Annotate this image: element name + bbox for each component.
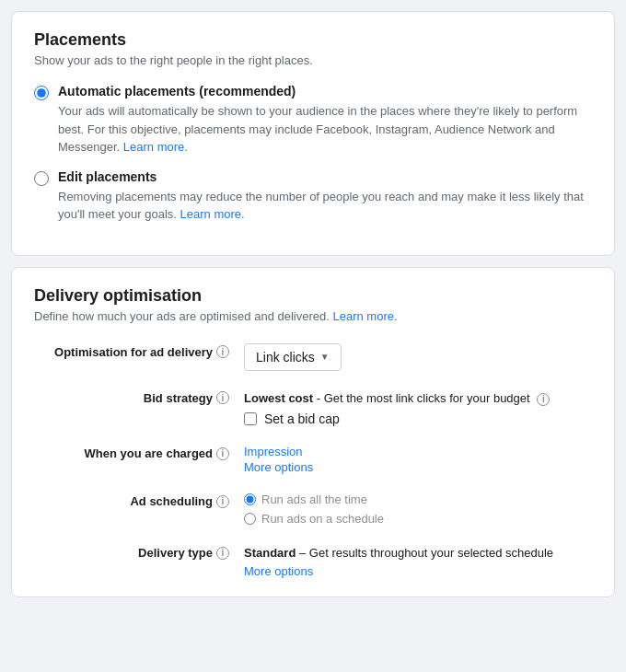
delivery-title: Delivery optimisation [34,286,592,306]
placements-card: Placements Show your ads to the right pe… [11,11,615,256]
bid-strategy-desc-info-icon[interactable]: i [537,393,550,406]
edit-placement-content: Edit placements Removing placements may … [58,169,592,224]
automatic-placement-desc: Your ads will automatically be shown to … [58,102,592,156]
optimisation-dropdown[interactable]: Link clicks ▼ [244,343,342,371]
bid-cap-label: Set a bid cap [264,411,340,426]
radio-schedule-col: Run ads all the time Run ads on a schedu… [244,489,592,526]
delivery-type-text: Standard – Get results throughout your s… [244,544,592,563]
impression-link[interactable]: Impression [244,445,592,458]
edit-placement-row: Edit placements Removing placements may … [34,169,592,224]
automatic-placement-radio[interactable] [34,86,49,100]
run-all-time-radio[interactable] [244,493,256,505]
delivery-subtitle: Define how much your ads are optimised a… [34,309,592,323]
run-all-time-label: Run ads all the time [261,492,367,506]
ad-scheduling-info-icon[interactable]: i [216,495,229,508]
delivery-type-more-options-link[interactable]: More options [244,564,313,578]
ad-scheduling-label: Ad scheduling i [34,489,237,508]
run-all-time-option[interactable]: Run ads all the time [244,492,592,506]
optimisation-info-icon[interactable]: i [216,345,229,358]
automatic-placement-label: Automatic placements (recommended) [58,84,592,98]
automatic-placement-content: Automatic placements (recommended) Your … [58,84,592,156]
bid-strategy-text: Lowest cost - Get the most link clicks f… [244,389,592,409]
placements-title: Placements [34,30,592,50]
when-charged-info-icon[interactable]: i [216,447,229,460]
dropdown-arrow-icon: ▼ [320,352,330,362]
delivery-type-info-icon[interactable]: i [216,547,229,560]
edit-placement-label: Edit placements [58,169,592,184]
when-charged-col: Impression More options [244,441,592,474]
when-charged-label: When you are charged i [34,441,237,460]
delivery-learn-more-link[interactable]: Learn more. [332,309,397,323]
bid-cap-row: Set a bid cap [244,411,592,426]
automatic-learn-more-link[interactable]: Learn more. [123,140,188,154]
run-on-schedule-option[interactable]: Run ads on a schedule [244,512,592,526]
bid-strategy-label: Bid strategy i [34,386,237,405]
delivery-type-label: Delivery type i [34,540,237,560]
bid-strategy-col: Lowest cost - Get the most link clicks f… [244,386,592,427]
when-charged-more-options-link[interactable]: More options [244,460,592,474]
placements-subtitle: Show your ads to the right people in the… [34,53,592,67]
optimisation-label: Optimisation for ad delivery i [34,340,237,359]
run-on-schedule-radio[interactable] [244,513,256,525]
bid-strategy-info-icon[interactable]: i [216,391,229,404]
edit-placement-radio[interactable] [34,171,49,186]
edit-learn-more-link[interactable]: Learn more. [180,207,245,221]
delivery-grid: Optimisation for ad delivery i Link clic… [34,340,592,579]
delivery-card: Delivery optimisation Define how much yo… [11,267,615,598]
bid-cap-checkbox[interactable] [244,412,257,425]
delivery-type-col: Standard – Get results throughout your s… [244,540,592,578]
edit-placement-desc: Removing placements may reduce the numbe… [58,188,592,224]
run-on-schedule-label: Run ads on a schedule [261,512,384,526]
automatic-placement-row: Automatic placements (recommended) Your … [34,84,592,156]
optimisation-value-col: Link clicks ▼ [244,340,592,371]
